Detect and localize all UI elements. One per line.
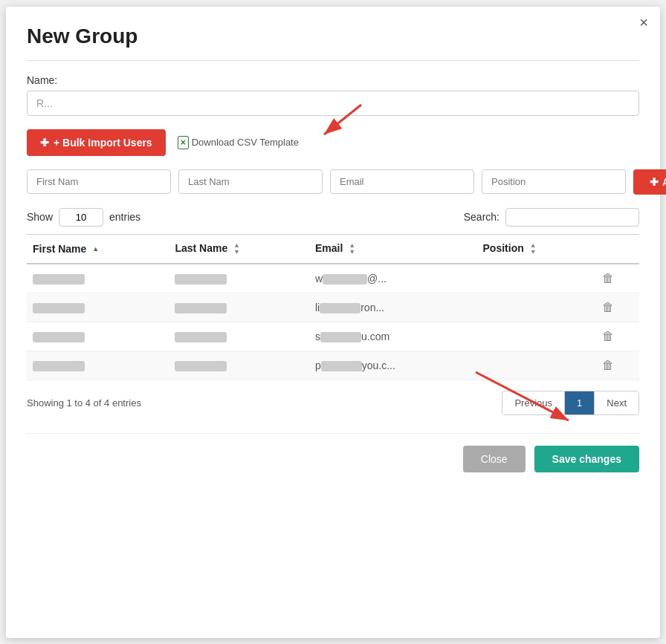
cell-email: s u.com — [309, 322, 477, 351]
sort-icon-email: ▲▼ — [349, 242, 355, 256]
table-controls: Show entries Search: — [27, 208, 639, 227]
table-header-row: First Name ▲ Last Name ▲▼ Email ▲▼ — [27, 234, 639, 264]
cell-first-name — [27, 322, 169, 351]
save-changes-button[interactable]: Save changes — [534, 446, 639, 472]
download-csv-label: Download CSV Template — [192, 137, 299, 148]
plus-icon: ✚ — [40, 137, 49, 149]
name-field-container: Name: — [27, 74, 639, 129]
cell-first-name — [27, 264, 169, 293]
show-label: Show — [27, 211, 53, 223]
previous-button[interactable]: Previous — [502, 391, 565, 414]
cell-first-name — [27, 351, 169, 380]
bulk-import-label: + Bulk Import Users — [54, 137, 152, 149]
first-name-input[interactable] — [27, 169, 171, 194]
search-box: Search: — [464, 208, 639, 227]
pagination: Previous 1 Next — [502, 391, 639, 415]
sort-icon-first-name: ▲ — [92, 246, 99, 253]
title-divider — [27, 60, 639, 61]
table-row: s u.com 🗑 — [27, 322, 639, 351]
table-row: w @... 🗑 — [27, 264, 639, 293]
entries-label: entries — [109, 211, 140, 223]
add-plus-icon: ✚ — [650, 176, 659, 188]
delete-button[interactable]: 🗑 — [602, 272, 614, 285]
csv-icon: × — [178, 136, 189, 149]
cell-email: w @... — [309, 264, 477, 293]
cell-position — [477, 293, 596, 322]
close-icon[interactable]: × — [639, 14, 648, 31]
add-user-row: ✚ Add — [27, 169, 639, 195]
name-input[interactable] — [27, 91, 639, 116]
last-name-input[interactable] — [178, 169, 323, 194]
col-position[interactable]: Position ▲▼ — [477, 234, 596, 264]
add-label: Add — [662, 176, 666, 188]
position-input[interactable] — [482, 169, 626, 194]
cell-delete: 🗑 — [596, 351, 639, 380]
action-row: ✚ + Bulk Import Users × Download CSV Tem… — [27, 129, 639, 156]
table-row: p you.c... 🗑 — [27, 351, 639, 380]
page-1-button[interactable]: 1 — [565, 391, 595, 414]
table-footer: Showing 1 to 4 of 4 entries Previous 1 N… — [27, 391, 639, 415]
modal-footer: Close Save changes — [27, 433, 639, 472]
col-actions — [596, 234, 639, 264]
table-row: li ron... 🗑 — [27, 293, 639, 322]
search-input[interactable] — [505, 208, 639, 227]
cell-first-name — [27, 293, 169, 322]
col-first-name[interactable]: First Name ▲ — [27, 234, 169, 264]
add-user-button[interactable]: ✚ Add — [633, 169, 666, 195]
entries-info: Showing 1 to 4 of 4 entries — [27, 397, 141, 409]
cell-email: p you.c... — [309, 351, 477, 380]
delete-button[interactable]: 🗑 — [602, 359, 614, 372]
email-input[interactable] — [330, 169, 474, 194]
new-group-modal: × New Group Name: ✚ + Bulk Import Users … — [6, 7, 660, 638]
name-label: Name: — [27, 74, 639, 86]
cell-email: li ron... — [309, 293, 477, 322]
users-table: First Name ▲ Last Name ▲▼ Email ▲▼ — [27, 234, 639, 380]
cell-last-name — [169, 264, 309, 293]
col-email[interactable]: Email ▲▼ — [309, 234, 477, 264]
sort-icon-last-name: ▲▼ — [233, 242, 240, 256]
cell-delete: 🗑 — [596, 322, 639, 351]
sort-icon-position: ▲▼ — [530, 242, 537, 256]
cell-last-name — [169, 322, 309, 351]
delete-button[interactable]: 🗑 — [602, 330, 614, 343]
show-entries-control: Show entries — [27, 208, 140, 227]
bulk-import-button[interactable]: ✚ + Bulk Import Users — [27, 129, 166, 156]
col-last-name[interactable]: Last Name ▲▼ — [169, 234, 309, 264]
cell-delete: 🗑 — [596, 293, 639, 322]
delete-button[interactable]: 🗑 — [602, 301, 614, 314]
modal-title: New Group — [27, 25, 639, 48]
cell-position — [477, 351, 596, 380]
cell-position — [477, 264, 596, 293]
cell-position — [477, 322, 596, 351]
action-row-container: ✚ + Bulk Import Users × Download CSV Tem… — [27, 129, 639, 156]
search-label: Search: — [464, 211, 500, 223]
cell-last-name — [169, 351, 309, 380]
cell-delete: 🗑 — [596, 264, 639, 293]
close-button[interactable]: Close — [463, 446, 526, 472]
entries-count-input[interactable] — [59, 208, 103, 227]
cell-last-name — [169, 293, 309, 322]
next-button[interactable]: Next — [595, 391, 638, 414]
download-csv-link[interactable]: × Download CSV Template — [178, 136, 299, 149]
